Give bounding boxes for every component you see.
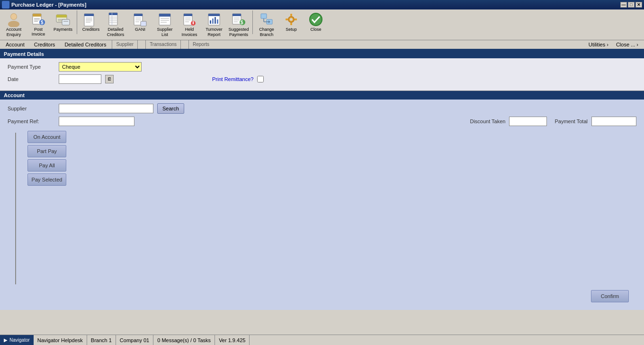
menu-account[interactable]: Account xyxy=(4,41,27,48)
search-button[interactable]: Search xyxy=(157,103,184,114)
toolbar-supplier-list[interactable]: SupplierList xyxy=(153,10,177,39)
payment-details-header: Payment Details xyxy=(0,50,644,58)
menubar: Account Creditors Detailed Creditors Sup… xyxy=(0,40,644,50)
svg-point-66 xyxy=(290,18,293,21)
toolbar-turnover-report[interactable]: TurnoverReport xyxy=(202,10,226,39)
payment-details-section: Payment Type Cheque Date 🗓 Print Remitta… xyxy=(0,58,644,91)
menu-close-dots[interactable]: Close ... › xyxy=(614,41,640,48)
date-input[interactable] xyxy=(59,74,101,84)
minimize-btn[interactable]: — xyxy=(620,2,627,8)
toolbar-creditors[interactable]: Creditors xyxy=(79,10,103,33)
toolbar-gani[interactable]: GANI xyxy=(128,10,152,33)
svg-rect-17 xyxy=(84,14,94,16)
svg-rect-68 xyxy=(290,23,292,25)
toolbar-post-invoice-label: Post Invoice xyxy=(28,27,49,36)
supplier-label: Supplier xyxy=(8,106,55,111)
svg-rect-11 xyxy=(56,15,67,18)
account-content: Supplier Search Payment Ref: Discount Ta… xyxy=(0,100,644,310)
menu-creditors[interactable]: Creditors xyxy=(32,41,57,48)
toolbar-detailed-creditors[interactable]: DetailedCreditors xyxy=(104,10,127,39)
on-account-button[interactable]: On Account xyxy=(27,131,66,143)
reports-section xyxy=(180,40,189,49)
account-section: Supplier Search Payment Ref: Discount Ta… xyxy=(0,100,644,310)
svg-point-2 xyxy=(11,14,17,19)
svg-rect-51 xyxy=(215,17,216,24)
payment-total-input[interactable] xyxy=(591,117,636,126)
payment-total-label: Payment Total xyxy=(555,118,588,124)
svg-rect-23 xyxy=(109,13,117,15)
payment-ref-row: Payment Ref: Discount Taken Payment Tota… xyxy=(8,117,636,126)
menu-utilities[interactable]: Utilities › xyxy=(587,41,610,48)
confirm-area: Confirm xyxy=(8,288,636,306)
detailed-creditors-icon xyxy=(108,12,123,27)
payment-type-row: Payment Type Cheque xyxy=(8,62,636,72)
toolbar-close[interactable]: Close xyxy=(304,10,328,33)
toolbar-account-enquiry-label: AccountEnquiry xyxy=(6,27,22,37)
pay-selected-button[interactable]: Pay Selected xyxy=(27,173,66,186)
supplier-list-icon xyxy=(157,12,172,27)
svg-rect-50 xyxy=(212,18,214,24)
toolbar-creditors-label: Creditors xyxy=(82,27,100,32)
part-pay-button[interactable]: Part Pay xyxy=(27,145,66,157)
close-btn[interactable]: ✕ xyxy=(635,2,642,8)
svg-text:$: $ xyxy=(241,20,243,25)
window-title: Purchase Ledger - [Payments] xyxy=(11,2,86,8)
app-icon xyxy=(2,1,9,9)
gani-icon xyxy=(133,12,148,27)
payment-type-select[interactable]: Cheque xyxy=(59,62,142,72)
toolbar-payments[interactable]: Payments xyxy=(51,10,75,33)
print-remittance-label: Print Remittance? xyxy=(212,76,253,82)
toolbar-gani-label: GANI xyxy=(135,27,145,32)
creditors-icon xyxy=(83,12,98,27)
post-invoice-icon: $ xyxy=(31,12,46,27)
held-invoices-icon xyxy=(182,12,197,27)
date-row: Date 🗓 Print Remittance? xyxy=(8,74,636,84)
grid-area xyxy=(15,133,16,284)
toolbar: AccountEnquiry $ Post Invoice Payments xyxy=(0,9,644,40)
maximize-btn[interactable]: □ xyxy=(628,2,635,8)
confirm-button[interactable]: Confirm xyxy=(591,290,629,302)
setup-icon xyxy=(284,12,299,27)
toolbar-close-label: Close xyxy=(310,27,321,32)
svg-rect-48 xyxy=(208,14,220,16)
discount-taken-input[interactable] xyxy=(509,117,547,126)
toolbar-post-invoice[interactable]: $ Post Invoice xyxy=(27,10,50,38)
svg-rect-67 xyxy=(290,14,292,16)
print-remittance-checkbox[interactable] xyxy=(257,76,264,82)
payment-type-label: Payment Type xyxy=(8,64,55,70)
toolbar-setup[interactable]: Setup xyxy=(279,10,303,33)
utilities-section: Utilities › Close ... › xyxy=(583,40,644,49)
svg-point-1 xyxy=(8,21,19,27)
change-branch-icon xyxy=(259,12,274,27)
supplier-menu-section: Account Creditors Detailed Creditors xyxy=(0,40,112,49)
svg-rect-41 xyxy=(184,14,192,16)
reports-label: Reports xyxy=(189,42,213,47)
toolbar-supplier-list-label: SupplierList xyxy=(157,27,172,37)
svg-rect-34 xyxy=(141,21,146,26)
date-label: Date xyxy=(8,76,55,82)
toolbar-payments-label: Payments xyxy=(54,27,72,32)
toolbar-change-branch[interactable]: ChangeBranch xyxy=(255,10,278,39)
svg-rect-54 xyxy=(233,14,241,16)
toolbar-setup-label: Setup xyxy=(286,27,297,32)
menu-detailed-creditors[interactable]: Detailed Creditors xyxy=(63,41,108,48)
separator-1 xyxy=(77,10,77,34)
toolbar-held-invoices[interactable]: Held Invoices xyxy=(178,10,201,39)
payment-ref-label: Payment Ref: xyxy=(8,118,55,124)
svg-rect-36 xyxy=(159,14,170,17)
supplier-label: Supplier xyxy=(112,42,137,47)
pay-all-button[interactable]: Pay All xyxy=(27,159,66,172)
payment-ref-input[interactable] xyxy=(59,117,134,126)
svg-rect-14 xyxy=(62,19,70,25)
account-enquiry-icon xyxy=(6,12,21,27)
calendar-button[interactable]: 🗓 xyxy=(105,75,114,83)
toolbar-held-invoices-label: Held Invoices xyxy=(179,27,200,37)
toolbar-suggested-payments[interactable]: $ SuggestedPayments xyxy=(227,10,250,39)
svg-rect-4 xyxy=(33,14,41,17)
payments-icon xyxy=(55,12,71,27)
account-header: Account xyxy=(0,91,644,100)
toolbar-account-enquiry[interactable]: AccountEnquiry xyxy=(2,10,26,39)
supplier-input[interactable] xyxy=(59,104,153,113)
svg-text:$: $ xyxy=(41,20,44,25)
svg-rect-70 xyxy=(295,18,297,20)
